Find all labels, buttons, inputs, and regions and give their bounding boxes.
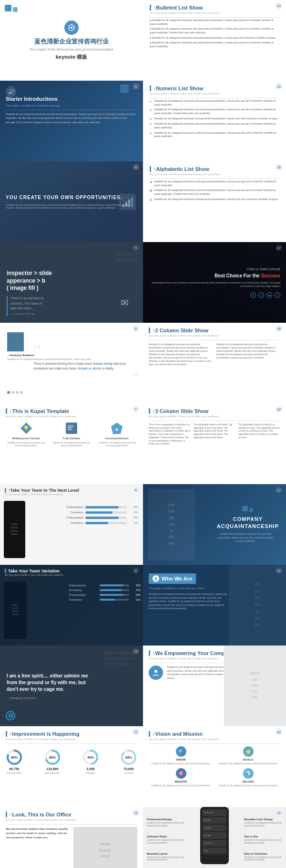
globe-icon: 🌐 bbox=[6, 711, 15, 720]
stat-fill-2 bbox=[100, 589, 122, 591]
stat-pct-2: 75% bbox=[131, 589, 141, 592]
phone-drop-text-var: HEREDROPIMAGEHERE bbox=[12, 604, 19, 616]
stat-row-4: Consistency 51% bbox=[69, 598, 141, 601]
stat-desc-2: New Subscriber bbox=[45, 772, 60, 774]
slide-19-header: ↑Improvement is Happening bbox=[6, 731, 137, 737]
icon-label-1: Multipurpose Concept bbox=[12, 437, 40, 440]
svg-text:💡: 💡 bbox=[23, 425, 30, 432]
vm-grid: 🔍 VISION Suitable for all categories bus… bbox=[149, 746, 280, 787]
slide-21-num: 12 bbox=[133, 809, 139, 816]
slide-6-num: 16 bbox=[276, 164, 282, 170]
slide-7-num: 5 bbox=[133, 244, 139, 251]
stat-pct-1: 80% bbox=[131, 584, 141, 587]
dot-4 bbox=[20, 391, 23, 394]
bar-track-3 bbox=[85, 517, 127, 519]
company-body: Suitable for all categories business and… bbox=[217, 533, 274, 544]
phone-feat-6: Easy bbox=[203, 847, 226, 854]
company-title-area: COMPANYACQUAINTANCESHIP Suitable for all… bbox=[217, 506, 279, 543]
slide-6-subheader: put your great subtitle in here and crea… bbox=[150, 173, 279, 176]
avatar-placeholder bbox=[7, 332, 24, 351]
bar-track-1 bbox=[85, 506, 127, 508]
bar-label-4: Consistency bbox=[52, 521, 83, 524]
bar-fill-4 bbox=[85, 522, 108, 524]
values-icon: 💎 bbox=[243, 768, 254, 779]
feat-item-5: ← Two in One Suitable for all categories… bbox=[244, 831, 282, 845]
square-2 bbox=[13, 7, 18, 12]
phone-feat-2: Beautiful bbox=[203, 817, 226, 824]
who-banner: Who We Are bbox=[149, 573, 196, 584]
col3-3: This applicable close to a frame is a wi… bbox=[238, 423, 280, 446]
slide-13-num: 8 bbox=[133, 487, 139, 493]
starter-title: Starter Introductions bbox=[6, 96, 137, 102]
feat-desc-4: Suitable for all categories business and… bbox=[244, 822, 282, 827]
social-dots bbox=[7, 391, 23, 394]
divider bbox=[150, 17, 279, 18]
icon-row: 💡 Multipurpose Concept Suitable for all … bbox=[6, 422, 137, 447]
who-banner-text: Who We Are bbox=[162, 576, 192, 582]
slide-1-cover: 蓝色清新企业宣传咨询行业 The Leader of the All busin… bbox=[0, 0, 143, 81]
slide-21-header: ↑Look, This is Our Office bbox=[6, 812, 137, 817]
svg-rect-1 bbox=[123, 204, 124, 207]
bar-pct-2: 75% bbox=[129, 511, 138, 514]
stat-desc-1: Amazing Offers bbox=[7, 772, 22, 774]
col-2-text: Suitable for all categories business and… bbox=[216, 343, 280, 366]
feat-desc-1: Suitable for all categories business and… bbox=[147, 822, 185, 827]
social-icons: ♥ ↗ ☁ ♫ bbox=[250, 292, 280, 298]
slide-20-subheader: put your great subtitle in here and crea… bbox=[149, 738, 280, 741]
bar-pct-1: 80% bbox=[129, 506, 138, 508]
variation-header-area: Take Your Team Variation put your great … bbox=[5, 569, 138, 576]
drop-img-right: DROPIMAGEHERE bbox=[229, 565, 286, 646]
phone-mockup-variation: HEREDROPIMAGEHERE bbox=[4, 582, 27, 639]
bullet-item-1: Suitable for all categories business and… bbox=[150, 19, 279, 26]
divider bbox=[149, 743, 280, 744]
slide-13-nextlevel: 8 ↑Take Your Team to The Next Level put … bbox=[0, 484, 143, 565]
opportunities-title: YOU CREATE YOUR OWN OPPORTUNITIES. bbox=[6, 194, 137, 201]
vm-mission: 🎯 MISSION Suitable for all categories bu… bbox=[149, 768, 213, 787]
feat-arrow-5: ← bbox=[244, 831, 282, 835]
bar-track-4 bbox=[85, 522, 127, 524]
bar-3: Professionalism 80% bbox=[52, 516, 138, 519]
divider bbox=[149, 340, 280, 340]
slide-2-header: ↑Bulleted List Show bbox=[150, 5, 279, 11]
num-item-5: 5.Suitable for an categories business an… bbox=[150, 131, 279, 138]
svg-point-13 bbox=[155, 577, 157, 579]
feat-arrow-2: → bbox=[147, 831, 185, 835]
feat-desc-6: Suitable for all categories business and… bbox=[244, 856, 282, 862]
share-icon: ↗ bbox=[258, 292, 264, 298]
slide-2-subheader: put your great subtitle in here and crea… bbox=[150, 11, 279, 14]
svg-text:68%: 68% bbox=[49, 756, 56, 759]
num-item-2: 2.Suitable for all categories business a… bbox=[150, 108, 279, 115]
slide-8-clean: 17 Clean & Solid Concept Best Choice For… bbox=[143, 242, 286, 323]
stat-fill-3 bbox=[100, 594, 123, 596]
mission-icon: 🎯 bbox=[176, 768, 186, 779]
drop-img-half: DROPIMAGEHERE bbox=[224, 646, 286, 726]
feat-item-1: → Professional Design Suitable for all c… bbox=[147, 814, 185, 827]
stat-item-3: 45% 2,508 Retweets bbox=[82, 749, 99, 774]
diamond-icon: ♦ bbox=[110, 422, 123, 435]
variation-subheader: put your great subtitle in here and crea… bbox=[5, 573, 138, 576]
office-layout: We passionately believe that company qua… bbox=[6, 827, 137, 868]
slide-19-subheader: put your great subtitle in here and crea… bbox=[6, 738, 137, 741]
slide-8-num: 17 bbox=[276, 244, 282, 251]
two-col-layout: Suitable for all categories business and… bbox=[149, 343, 280, 366]
concept-label: Clean & Solid Concept bbox=[247, 267, 280, 271]
feat-arrow-1: → bbox=[147, 814, 185, 818]
num-item-3: 3.Suitable for all categories business a… bbox=[150, 117, 279, 121]
alpha-item-c: CSuitable for all categories business an… bbox=[150, 198, 279, 202]
stat-track-1 bbox=[100, 584, 129, 586]
svg-rect-9 bbox=[68, 427, 72, 428]
vm-vision: 🔍 VISION Suitable for all categories bus… bbox=[149, 746, 213, 765]
stat-desc-4: Countries bbox=[124, 772, 133, 774]
phone-feat-5: Two in One bbox=[203, 840, 226, 847]
variation-header: Take Your Team Variation bbox=[5, 569, 138, 573]
icon-label-3: Amazing Elements bbox=[105, 437, 129, 440]
success-highlight: Success bbox=[261, 273, 280, 278]
alpha-item-b: BSuitable for all categories business an… bbox=[150, 189, 279, 196]
bar-1: Professionalism 80% bbox=[52, 506, 138, 508]
icon-label-2: Fully Editable bbox=[63, 437, 80, 440]
slide-6-alphabetic: 16 ↑Alphabetic List Show put your great … bbox=[143, 161, 286, 242]
bar-fill-3 bbox=[85, 517, 119, 519]
bullet-item-2: Suitable for all categories business and… bbox=[150, 27, 279, 34]
feat-arrow-3: → bbox=[147, 848, 185, 852]
slide-17-freespirit: 10 slide inspector > > background > fill… bbox=[0, 646, 143, 726]
